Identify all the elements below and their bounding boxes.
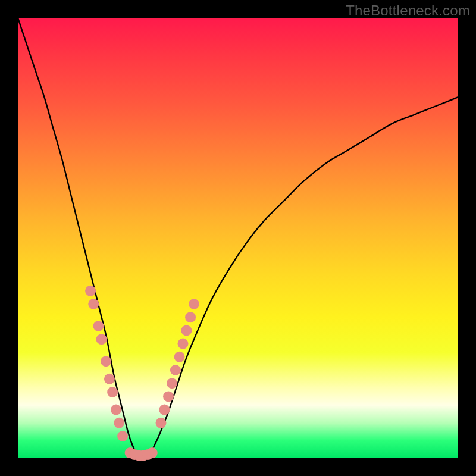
watermark-text: TheBottleneck.com <box>346 2 470 19</box>
data-dot <box>167 378 177 389</box>
chart-frame: TheBottleneck.com <box>0 0 476 476</box>
data-dot <box>107 387 118 397</box>
data-dots <box>85 286 199 461</box>
data-dot <box>174 352 185 362</box>
data-dot <box>101 356 111 367</box>
data-dot <box>181 325 192 336</box>
data-dot <box>178 339 189 349</box>
data-dot <box>104 374 115 384</box>
data-dot <box>185 312 196 322</box>
data-dot <box>170 365 181 375</box>
data-dot <box>163 391 174 402</box>
chart-svg <box>18 18 458 458</box>
data-dot <box>117 431 128 441</box>
data-dot <box>147 447 158 458</box>
data-dot <box>93 321 104 331</box>
data-dot <box>111 405 121 415</box>
data-dot <box>114 418 124 428</box>
data-dot <box>96 334 107 345</box>
chart-plot-area <box>18 18 458 458</box>
data-dot <box>159 405 170 415</box>
data-dot <box>88 299 99 309</box>
data-dot <box>189 299 199 309</box>
data-dot <box>85 286 96 296</box>
data-dot <box>156 418 167 428</box>
bottleneck-curve <box>18 18 458 459</box>
